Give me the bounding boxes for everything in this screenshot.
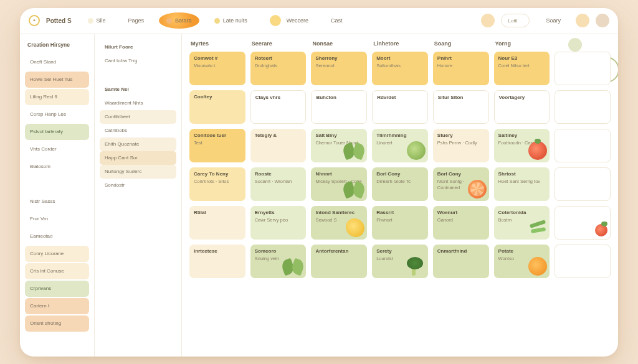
- tab-sile[interactable]: Sile: [80, 12, 113, 29]
- tab-batara[interactable]: Batara: [159, 12, 199, 29]
- meal-card[interactable]: PotateWontso: [494, 245, 550, 278]
- sidebar-item[interactable]: Corsp Hanp Lee: [25, 106, 89, 123]
- sidebar-item[interactable]: Crpnvans: [25, 281, 89, 297]
- sidebar-subitem[interactable]: Happ Cant Sor: [100, 151, 176, 165]
- meal-card-title: Roteert: [255, 55, 302, 62]
- tab-cast[interactable]: Cast: [323, 12, 350, 29]
- meal-card-title: Rooste: [255, 171, 302, 178]
- meal-card[interactable]: [555, 52, 611, 85]
- meal-card-sub: Conrbrots · Srlos: [194, 179, 241, 185]
- meal-card[interactable]: RassrrtFhvnort: [372, 206, 428, 240]
- sidebar-subitem[interactable]: Waardiment Nhts: [100, 96, 176, 110]
- header-olive-circle[interactable]: [568, 38, 582, 52]
- body: Creation Hirsyne Oneft SlandHowe Sel Hue…: [20, 34, 618, 357]
- sidebar-subitem[interactable]: Catnibobs: [100, 124, 176, 138]
- meal-card[interactable]: [555, 167, 611, 201]
- sidebar-subitem[interactable]: Ehith Quoznate: [100, 138, 176, 151]
- sidebar-item[interactable]: Bialosom: [25, 159, 89, 175]
- sidebar-subheading: Samte Nel: [100, 83, 176, 96]
- sidebar-subitem[interactable]: Cant tobw Trrg: [100, 54, 176, 68]
- tab-pages[interactable]: Pages: [121, 12, 152, 29]
- meal-card[interactable]: [555, 129, 611, 162]
- sidebar-item[interactable]: Nistr Sasss: [25, 194, 89, 210]
- sidebar-subitem[interactable]: Sondostr: [100, 179, 176, 192]
- meal-card[interactable]: CotertonidaBostrn: [494, 206, 550, 240]
- sidebar-item[interactable]: Fror Vrn: [25, 211, 89, 227]
- small-tomato-icon: [595, 224, 607, 236]
- sidebar-item[interactable]: Oneft Sland: [25, 54, 89, 70]
- meal-card[interactable]: MoortSultondisas: [372, 52, 428, 85]
- day-column-header: Yorng: [494, 40, 550, 47]
- meal-card[interactable]: SeretyLoundst: [372, 245, 428, 278]
- tab-weccere[interactable]: Weccere: [262, 12, 316, 29]
- meal-card[interactable]: [555, 245, 611, 278]
- sidebar-subitem[interactable]: Contthibeet: [100, 110, 176, 124]
- meal-card[interactable]: SherronySerannot: [311, 52, 367, 85]
- meal-card[interactable]: Cnmartfnind: [433, 245, 489, 278]
- meal-card[interactable]: ErnyettsCawr Servy peo: [250, 206, 307, 240]
- meal-card[interactable]: PnihrtHonore: [433, 52, 489, 85]
- sidebar-item[interactable]: Pstvol tarleraty: [25, 124, 89, 140]
- sidebar-item[interactable]: Eameotad: [25, 228, 89, 245]
- user-avatar[interactable]: [596, 14, 609, 27]
- meal-card-sub: Drrearh Glote Tc: [376, 179, 424, 185]
- header-bubble-icon[interactable]: [481, 14, 495, 27]
- meal-card[interactable]: ShrtostHoet Sant Serng tov: [494, 167, 550, 201]
- sidebar-item[interactable]: Cris lnt Conuse: [25, 263, 89, 279]
- sidebar-item[interactable]: Vhts Corder: [25, 141, 89, 157]
- meal-card[interactable]: StueryPshs Pnrrw · Codly: [433, 129, 489, 162]
- meal-card[interactable]: Situr Siton: [433, 90, 489, 124]
- sidebar-subitem[interactable]: Nuitongy Suderc: [100, 165, 176, 179]
- meal-card[interactable]: SaitineyFoottroodn · Carense: [494, 129, 550, 162]
- meal-card[interactable]: Inrtectese: [189, 245, 245, 278]
- sidebar-item[interactable]: [25, 176, 89, 192]
- meal-card[interactable]: RoosteSocamt · Wronian: [250, 167, 307, 201]
- meal-card[interactable]: Borl ConyDrrearh Glote Tc: [372, 167, 428, 201]
- meal-card-sub: Serannot: [315, 63, 363, 69]
- meal-card[interactable]: [555, 90, 611, 124]
- meal-card-sub: Fhvnort: [376, 217, 424, 223]
- meal-card[interactable]: Antorferentan: [311, 245, 367, 278]
- meal-card[interactable]: Clays vhrs: [250, 90, 307, 124]
- app-logo-icon: ✦: [29, 15, 40, 26]
- meal-card[interactable]: Carey To NenyConrbrots · Srlos: [189, 167, 245, 201]
- meal-card-title: Intond Saniterec: [315, 210, 363, 217]
- meal-card-title: Nour E3: [498, 55, 546, 62]
- meal-card[interactable]: Cooltey: [189, 90, 245, 124]
- meal-card[interactable]: TlimrhmningLinorert: [372, 129, 428, 162]
- meal-card[interactable]: Salt BinyChemor Touer Noogl: [311, 129, 367, 162]
- sidebar-item[interactable]: Orlent sfroting: [25, 315, 89, 332]
- meal-card[interactable]: Nour E3Corel Nitso tert: [494, 52, 550, 85]
- citrus-icon: [468, 180, 487, 198]
- sidebar-item[interactable]: Howe Sel Huet Tus: [25, 72, 89, 88]
- header-accent-circle[interactable]: [576, 14, 589, 27]
- meal-card-sub: Honore: [437, 63, 485, 69]
- meal-card[interactable]: NhnnrtMicesy Sporert · Cone: [311, 167, 367, 201]
- meal-card-title: Cotertonida: [498, 210, 546, 217]
- meal-card[interactable]: Rtilal: [189, 206, 245, 240]
- meal-card[interactable]: Buhcton: [311, 90, 367, 124]
- meal-card[interactable]: WoenurtGanord: [433, 206, 489, 240]
- tab-story[interactable]: Soary: [538, 12, 568, 29]
- meal-card[interactable]: Intond SaniterecSewood S: [311, 206, 367, 240]
- meal-card[interactable]: RoteertDrolnghats: [250, 52, 307, 85]
- day-header-row: MyrtesSeerareNonsaeLinhetoreSoangYorng: [189, 40, 611, 47]
- header-chip[interactable]: Lottl: [501, 14, 530, 27]
- meal-card[interactable]: Conitooe tuerTest: [189, 129, 245, 162]
- meal-card-title: Somcoro: [255, 248, 302, 255]
- meal-card-title: Saitiney: [498, 133, 546, 139]
- meal-card[interactable]: Comwot #Moonwiu t.: [189, 52, 245, 85]
- sidebar-item[interactable]: Conry Licorane: [25, 246, 89, 262]
- sidebar-item[interactable]: Liting Recl fI: [25, 89, 89, 105]
- sidebar-item[interactable]: Cartern t: [25, 298, 89, 314]
- meal-card-title: Moort: [376, 55, 424, 62]
- meal-card[interactable]: [555, 206, 611, 240]
- meal-card[interactable]: Rdvrdet: [372, 90, 428, 124]
- meal-card[interactable]: Voortagery: [494, 90, 550, 124]
- tab-latenuits[interactable]: Late nuits: [207, 12, 255, 29]
- meal-card[interactable]: SomcoroSnuing vein: [250, 245, 307, 278]
- meal-card-title: Ernyetts: [255, 210, 302, 217]
- meal-card[interactable]: Borl ConyNiont Sontg · Coninaned: [433, 167, 489, 201]
- meal-card[interactable]: Tetegiy &: [250, 129, 307, 162]
- leafy-icon: [343, 182, 364, 198]
